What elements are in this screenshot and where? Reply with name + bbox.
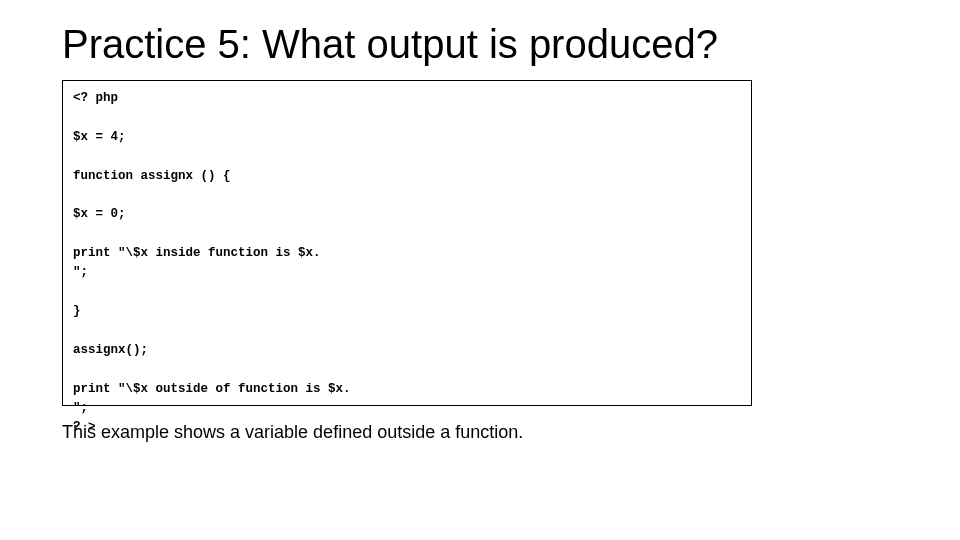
code-block: <? php $x = 4; function assignx () { $x … xyxy=(62,80,752,406)
code-content: <? php $x = 4; function assignx () { $x … xyxy=(73,89,741,438)
slide-title: Practice 5: What output is produced? xyxy=(62,22,718,67)
slide: Practice 5: What output is produced? <? … xyxy=(0,0,960,540)
caption-text: This example shows a variable defined ou… xyxy=(62,422,523,443)
